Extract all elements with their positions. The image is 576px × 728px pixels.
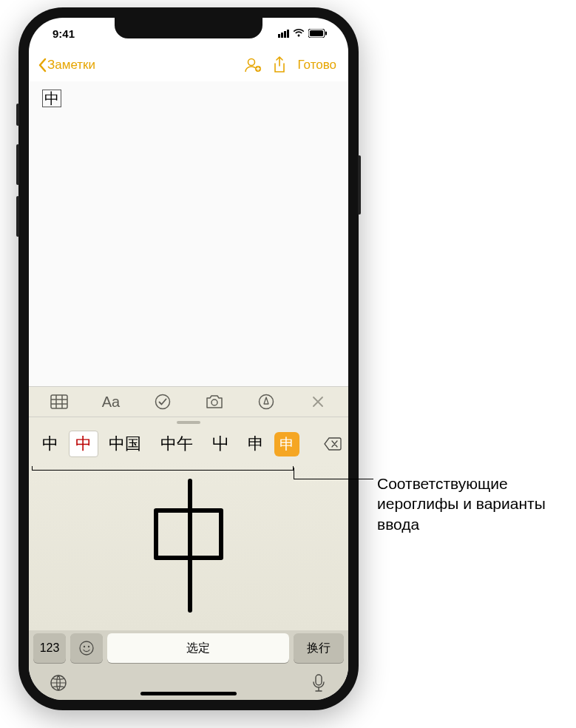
candidate-item[interactable]: 中: [33, 430, 67, 458]
share-button[interactable]: [268, 54, 291, 76]
candidate-item[interactable]: 中国: [100, 430, 150, 458]
svg-rect-1: [310, 30, 323, 36]
dictation-key[interactable]: [308, 673, 329, 693]
person-plus-icon: [243, 57, 262, 73]
callout-line: [294, 479, 373, 479]
close-icon: [311, 395, 325, 408]
camera-button[interactable]: [198, 388, 231, 416]
table-icon: [50, 394, 68, 409]
format-button[interactable]: Aa: [95, 388, 127, 416]
table-button[interactable]: [43, 388, 75, 416]
markup-button[interactable]: [250, 388, 282, 416]
status-right: [278, 29, 328, 38]
back-label: Заметки: [47, 58, 95, 73]
callout-connector: [294, 468, 294, 479]
candidate-item[interactable]: 中: [69, 431, 98, 457]
phone-frame: 9:41 Заметки: [18, 7, 359, 710]
emoji-key[interactable]: [70, 633, 103, 663]
camera-icon: [205, 394, 224, 409]
wifi-icon: [293, 29, 305, 38]
svg-point-9: [80, 641, 93, 655]
microphone-icon: [312, 674, 325, 692]
share-icon: [272, 56, 287, 74]
svg-rect-2: [325, 32, 327, 36]
cellular-signal-icon: [278, 30, 289, 38]
volume-down-button[interactable]: [16, 196, 19, 237]
notch: [115, 18, 262, 38]
silent-switch[interactable]: [16, 104, 19, 126]
svg-point-10: [84, 646, 85, 647]
globe-icon: [50, 674, 67, 692]
checklist-button[interactable]: [146, 388, 179, 416]
screen: 9:41 Заметки: [29, 18, 348, 700]
back-button[interactable]: Заметки: [38, 58, 95, 73]
svg-point-3: [248, 59, 254, 66]
checkmark-circle-icon: [155, 394, 171, 410]
backspace-icon: [324, 437, 342, 451]
callout-text: Соответствующие иероглифы и варианты вво…: [377, 473, 569, 534]
globe-key[interactable]: [48, 673, 69, 693]
pen-circle-icon: [258, 394, 274, 410]
candidate-item[interactable]: 申: [239, 430, 273, 458]
candidate-row: 中 中 中国 中午 屮 申 申: [29, 428, 348, 460]
handwriting-input-area[interactable]: [29, 460, 348, 630]
svg-point-6: [156, 395, 170, 409]
candidate-item[interactable]: 申: [274, 432, 299, 456]
svg-point-7: [211, 400, 217, 405]
numeric-key[interactable]: 123: [33, 633, 66, 663]
candidate-item[interactable]: 屮: [203, 430, 237, 458]
note-content: 中: [42, 90, 61, 107]
close-toolbar-button[interactable]: [302, 388, 334, 416]
home-indicator[interactable]: [140, 692, 237, 695]
volume-up-button[interactable]: [16, 144, 19, 185]
smiley-icon: [78, 640, 95, 656]
svg-point-11: [88, 646, 89, 647]
notes-toolbar: Aa: [29, 386, 348, 417]
return-key[interactable]: 换行: [294, 633, 344, 663]
collaborate-button[interactable]: [242, 54, 264, 76]
format-label: Aa: [102, 394, 120, 411]
power-button[interactable]: [358, 155, 361, 215]
note-body[interactable]: 中: [29, 81, 348, 386]
svg-rect-5: [51, 395, 67, 408]
battery-icon: [308, 29, 328, 38]
keyboard-drag-handle[interactable]: [29, 417, 348, 428]
status-time: 9:41: [52, 27, 75, 40]
chevron-left-icon: [38, 58, 47, 73]
done-button[interactable]: Готово: [295, 54, 340, 76]
done-label: Готово: [298, 58, 337, 73]
candidate-delete-button[interactable]: [322, 437, 344, 451]
candidate-item[interactable]: 中午: [152, 430, 202, 458]
svg-rect-13: [316, 675, 322, 685]
nav-bar: Заметки Готово: [29, 49, 348, 81]
svg-point-8: [260, 395, 274, 409]
handwritten-stroke: [137, 475, 240, 616]
keyboard-row: 123 选定 换行: [29, 630, 348, 666]
space-key[interactable]: 选定: [107, 633, 289, 663]
callout-bracket: [32, 466, 294, 471]
